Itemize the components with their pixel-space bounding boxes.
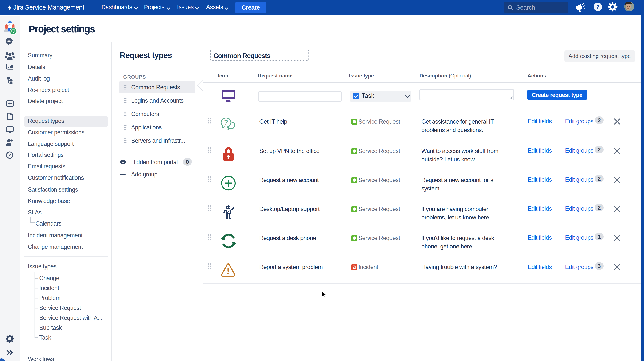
svg-text:?: ?	[596, 4, 600, 10]
svg-text:?: ?	[224, 118, 228, 126]
